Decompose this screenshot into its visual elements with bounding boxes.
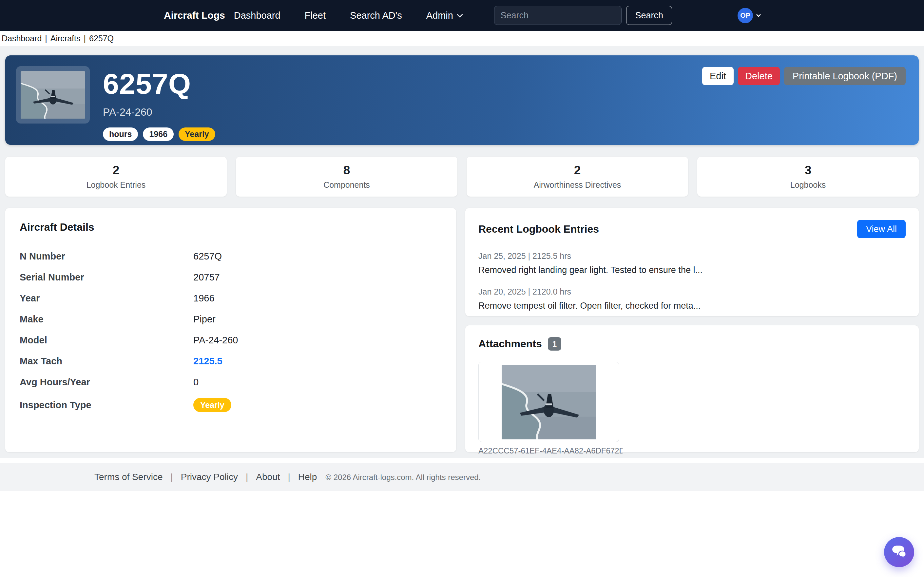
main-content: 6257Q PA-24-260 hours 1966 Yearly Edit D… <box>0 46 924 458</box>
copyright-text: © 2026 Aircraft-logs.com. All rights res… <box>325 473 481 482</box>
footer-link-privacy[interactable]: Privacy Policy <box>181 472 238 482</box>
footer-link-about[interactable]: About <box>256 472 280 482</box>
hero-badges: hours 1966 Yearly <box>103 127 215 141</box>
aircraft-hero-banner: 6257Q PA-24-260 hours 1966 Yearly Edit D… <box>5 55 919 145</box>
breadcrumb-aircrafts[interactable]: Aircrafts <box>50 34 80 43</box>
nav-link-search-ads[interactable]: Search AD's <box>350 10 402 21</box>
detail-row-year: Year 1966 <box>20 293 442 304</box>
stats-row: 2 Logbook Entries 8 Components 2 Airwort… <box>5 156 919 197</box>
attachment-filename: A22CCC57-61EF-4AE4-AA82-A6DF672D18D... <box>478 446 623 455</box>
stat-value: 3 <box>805 163 811 177</box>
detail-label: N Number <box>20 251 193 262</box>
user-menu[interactable]: OP <box>737 8 760 23</box>
search-button[interactable]: Search <box>626 6 672 25</box>
breadcrumb-separator: | <box>45 34 47 43</box>
attachments-count-badge: 1 <box>548 337 561 351</box>
detail-label: Inspection Type <box>20 400 193 411</box>
hero-action-buttons: Edit Delete Printable Logbook (PDF) <box>702 67 906 85</box>
avatar: OP <box>737 8 753 23</box>
detail-rows: N Number 6257Q Serial Number 20757 Year … <box>20 251 442 412</box>
breadcrumb-current: 6257Q <box>89 34 114 43</box>
aircraft-details-panel: Aircraft Details N Number 6257Q Serial N… <box>5 208 456 452</box>
logbook-entry[interactable]: Jan 20, 2025 | 2120.0 hrs Remove tempest… <box>478 287 906 311</box>
max-tach-link[interactable]: 2125.5 <box>193 356 222 367</box>
admin-label: Admin <box>426 10 453 21</box>
stat-card-logbooks: 3 Logbooks <box>697 156 919 197</box>
attachments-heading: Attachments <box>478 338 542 350</box>
brand-logo[interactable]: Aircraft Logs <box>164 10 225 21</box>
stat-value: 2 <box>574 163 581 177</box>
nav-link-admin-dropdown[interactable]: Admin <box>426 10 462 21</box>
detail-row-avg-hours: Avg Hours/Year 0 <box>20 377 442 388</box>
detail-value: 0 <box>193 377 198 388</box>
detail-value: 20757 <box>193 272 220 283</box>
breadcrumb: Dashboard | Aircrafts | 6257Q <box>0 31 924 46</box>
view-all-button[interactable]: View All <box>857 220 906 238</box>
entry-description: Remove tempest oil filter. Open filter, … <box>478 301 906 311</box>
detail-row-inspection-type: Inspection Type Yearly <box>20 398 442 412</box>
detail-row-max-tach: Max Tach 2125.5 <box>20 356 442 367</box>
footer-separator: | <box>246 472 248 482</box>
recent-logbook-panel: Recent Logbook Entries View All Jan 25, … <box>465 208 919 316</box>
breadcrumb-dashboard[interactable]: Dashboard <box>2 34 42 43</box>
footer-separator: | <box>288 472 290 482</box>
chat-widget-button[interactable] <box>884 537 914 567</box>
attachment-thumbnail[interactable] <box>478 362 619 442</box>
stat-card-components: 8 Components <box>236 156 457 197</box>
right-column: Recent Logbook Entries View All Jan 25, … <box>465 208 919 452</box>
chevron-down-icon <box>756 12 761 17</box>
stat-value: 2 <box>113 163 119 177</box>
chevron-down-icon <box>457 11 463 18</box>
detail-label: Max Tach <box>20 356 193 367</box>
stat-card-airworthiness-directives: 2 Airworthiness Directives <box>467 156 688 197</box>
detail-row-model: Model PA-24-260 <box>20 335 442 346</box>
nav-link-dashboard[interactable]: Dashboard <box>234 10 280 21</box>
logbook-entries: Jan 25, 2025 | 2125.5 hrs Removed right … <box>478 251 906 311</box>
inspection-badge: Yearly <box>179 127 215 141</box>
top-navbar: Aircraft Logs Dashboard Fleet Search AD'… <box>0 0 924 31</box>
footer-separator: | <box>171 472 173 482</box>
page-footer: Terms of Service | Privacy Policy | Abou… <box>0 463 924 491</box>
edit-button[interactable]: Edit <box>702 67 734 85</box>
attachments-panel: Attachments 1 A22CCC57-61EF-4AE4-AA82-A6… <box>465 326 919 452</box>
chat-bubbles-icon <box>890 544 908 560</box>
detail-label: Year <box>20 293 193 304</box>
inspection-type-badge: Yearly <box>193 398 231 412</box>
footer-link-terms[interactable]: Terms of Service <box>94 472 163 482</box>
entry-description: Removed right landing gear light. Tested… <box>478 265 906 275</box>
detail-label: Make <box>20 314 193 325</box>
nav-links: Dashboard Fleet Search AD's Admin <box>234 10 462 21</box>
entry-meta: Jan 20, 2025 | 2120.0 hrs <box>478 287 906 297</box>
printable-logbook-button[interactable]: Printable Logbook (PDF) <box>784 67 906 85</box>
detail-label: Model <box>20 335 193 346</box>
content-grid: Aircraft Details N Number 6257Q Serial N… <box>5 208 919 452</box>
stat-card-logbook-entries: 2 Logbook Entries <box>5 156 227 197</box>
aircraft-model-subtitle: PA-24-260 <box>103 106 215 118</box>
entry-meta: Jan 25, 2025 | 2125.5 hrs <box>478 251 906 261</box>
stat-value: 8 <box>343 163 350 177</box>
detail-value: 1966 <box>193 293 215 304</box>
aircraft-photo-thumbnail[interactable] <box>16 66 90 124</box>
nav-search-form: Search <box>494 6 672 25</box>
detail-value: Piper <box>193 314 216 325</box>
delete-button[interactable]: Delete <box>738 67 780 85</box>
stat-label: Logbook Entries <box>87 180 146 190</box>
aircraft-photo <box>21 71 85 119</box>
logbook-entry[interactable]: Jan 25, 2025 | 2125.5 hrs Removed right … <box>478 251 906 275</box>
recent-logbook-heading: Recent Logbook Entries <box>478 223 599 235</box>
detail-value: 6257Q <box>193 251 222 262</box>
stat-label: Components <box>324 180 370 190</box>
footer-link-help[interactable]: Help <box>298 472 317 482</box>
detail-row-make: Make Piper <box>20 314 442 325</box>
attachment-image <box>502 365 596 439</box>
breadcrumb-separator: | <box>84 34 86 43</box>
aircraft-details-heading: Aircraft Details <box>20 221 442 233</box>
hero-text-block: 6257Q PA-24-260 hours 1966 Yearly <box>103 66 215 145</box>
year-badge: 1966 <box>143 127 174 141</box>
page-title: 6257Q <box>103 69 215 98</box>
hours-badge: hours <box>103 127 138 141</box>
stat-label: Airworthiness Directives <box>534 180 621 190</box>
nav-link-fleet[interactable]: Fleet <box>305 10 326 21</box>
detail-row-n-number: N Number 6257Q <box>20 251 442 262</box>
search-input[interactable] <box>494 6 621 25</box>
